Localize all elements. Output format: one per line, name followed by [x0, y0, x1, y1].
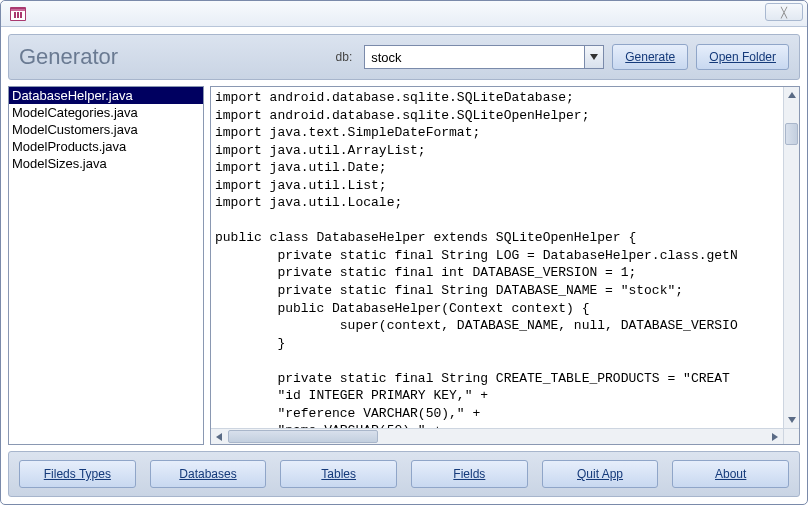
db-input[interactable]	[364, 45, 584, 69]
tables-button[interactable]: Tables	[280, 460, 397, 488]
file-list[interactable]: DatabaseHelper.javaModelCategories.javaM…	[8, 86, 204, 445]
fields-types-button[interactable]: Fileds Types	[19, 460, 136, 488]
db-combobox[interactable]	[364, 45, 604, 69]
scroll-corner	[783, 428, 799, 444]
file-list-item[interactable]: ModelProducts.java	[9, 138, 203, 155]
generate-button[interactable]: Generate	[612, 44, 688, 70]
code-text: import android.database.sqlite.SQLiteDat…	[215, 89, 795, 440]
svg-marker-9	[216, 433, 222, 441]
access-icon	[10, 7, 26, 21]
db-label: db:	[336, 50, 353, 64]
svg-marker-6	[590, 54, 598, 60]
footer-toolbar: Fileds Types Databases Tables Fields Qui…	[8, 451, 800, 497]
file-list-item[interactable]: DatabaseHelper.java	[9, 87, 203, 104]
app-window: ╳ Generator db: Generate Open Folder Dat…	[0, 0, 808, 505]
open-folder-button[interactable]: Open Folder	[696, 44, 789, 70]
code-area[interactable]: import android.database.sqlite.SQLiteDat…	[211, 87, 799, 444]
file-list-item[interactable]: ModelCustomers.java	[9, 121, 203, 138]
svg-marker-8	[788, 417, 796, 423]
code-viewer: import android.database.sqlite.SQLiteDat…	[210, 86, 800, 445]
file-list-item[interactable]: ModelSizes.java	[9, 155, 203, 172]
file-list-item[interactable]: ModelCategories.java	[9, 104, 203, 121]
horizontal-scroll-thumb[interactable]	[228, 430, 378, 443]
svg-marker-7	[788, 92, 796, 98]
scroll-up-button[interactable]	[784, 87, 799, 103]
close-window-button[interactable]: ╳	[765, 3, 803, 21]
page-title: Generator	[19, 44, 118, 70]
titlebar[interactable]: ╳	[1, 1, 807, 27]
scroll-left-button[interactable]	[211, 429, 227, 445]
fields-button[interactable]: Fields	[411, 460, 528, 488]
svg-rect-4	[17, 12, 19, 18]
databases-button[interactable]: Databases	[150, 460, 267, 488]
vertical-scroll-thumb[interactable]	[785, 123, 798, 145]
svg-rect-5	[20, 12, 22, 18]
scroll-down-button[interactable]	[784, 412, 799, 428]
about-button[interactable]: About	[672, 460, 789, 488]
vertical-scrollbar[interactable]	[783, 87, 799, 428]
svg-rect-2	[11, 9, 25, 11]
svg-marker-10	[772, 433, 778, 441]
close-icon: ╳	[781, 7, 787, 18]
db-dropdown-button[interactable]	[584, 45, 604, 69]
header-toolbar: Generator db: Generate Open Folder	[8, 34, 800, 80]
svg-rect-3	[14, 12, 16, 18]
scroll-right-button[interactable]	[767, 429, 783, 445]
quit-app-button[interactable]: Quit App	[542, 460, 659, 488]
horizontal-scrollbar[interactable]	[211, 428, 783, 444]
chevron-down-icon	[590, 54, 598, 60]
